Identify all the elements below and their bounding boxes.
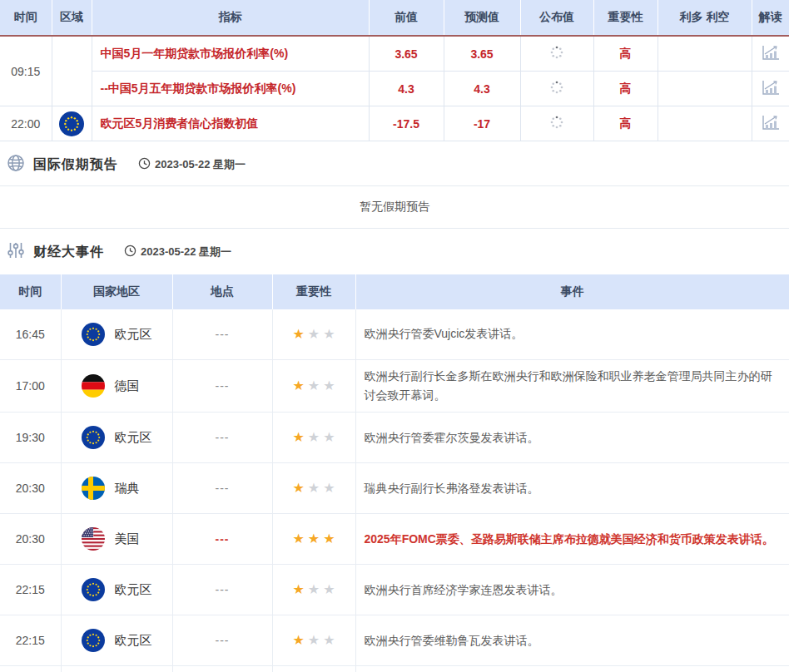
event-description[interactable]: 瑞典央行副行长弗洛登发表讲话。 <box>355 463 789 514</box>
event-country: 欧元区 <box>61 565 172 615</box>
event-location: --- <box>172 514 272 565</box>
interpret-chart-button[interactable] <box>752 106 789 141</box>
star-icon: ★ <box>308 328 320 341</box>
event-time: 待定 <box>0 666 61 672</box>
col-interpret: 解读 <box>752 0 789 36</box>
event-row: 待定 韩国 ---★★★欧盟委员会主席冯德莱恩访问韩国，与韩国总统尹锡悦举行峰会… <box>0 666 789 672</box>
events-table: 时间 国家地区 地点 重要性 事件 16:45 欧元区 ---★★★欧洲央行管委… <box>0 274 789 672</box>
clock-icon <box>124 245 136 259</box>
importance-stars: ★★★ <box>272 615 355 666</box>
event-time: 20:30 <box>0 463 61 514</box>
indicator-table: 时间 区域 指标 前值 预测值 公布值 重要性 利多 利空 解读 09:15中国… <box>0 0 789 141</box>
indicator-table-header: 时间 区域 指标 前值 预测值 公布值 重要性 利多 利空 解读 <box>0 0 789 36</box>
bias-cell-empty <box>658 106 752 141</box>
event-description[interactable]: 欧洲央行管委Vujcic发表讲话。 <box>355 309 789 360</box>
interpret-chart-button[interactable] <box>752 72 789 106</box>
event-description[interactable]: 欧洲央行管委霍尔茨曼发表讲话。 <box>355 413 789 463</box>
star-icon: ★ <box>323 379 335 393</box>
event-row: 20:30 瑞典 ---★★★瑞典央行副行长弗洛登发表讲话。 <box>0 463 789 514</box>
star-icon: ★ <box>308 482 320 495</box>
flag-eurozone-icon <box>82 629 105 652</box>
star-icon: ★ <box>308 583 320 596</box>
indicator-forecast-value: 4.3 <box>444 72 520 106</box>
indicator-forecast-value: -17 <box>444 106 520 141</box>
star-icon: ★ <box>323 328 335 341</box>
indicator-previous-value: 3.65 <box>369 36 444 72</box>
col-importance: 重要性 <box>593 0 658 36</box>
event-row: 22:15 欧元区 ---★★★欧洲央行首席经济学家连恩发表讲话。 <box>0 565 789 615</box>
event-location: --- <box>172 360 272 413</box>
star-icon: ★ <box>308 532 320 546</box>
flag-sweden-icon <box>82 477 105 500</box>
event-description[interactable]: 欧洲央行首席经济学家连恩发表讲话。 <box>355 565 789 615</box>
event-row: 19:30 欧元区 ---★★★欧洲央行管委霍尔茨曼发表讲话。 <box>0 413 789 463</box>
event-time: 22:15 <box>0 615 61 666</box>
star-icon: ★ <box>323 532 335 546</box>
importance-stars: ★★★ <box>272 360 355 413</box>
published-value-loading-spinner <box>520 106 593 141</box>
star-icon: ★ <box>292 379 304 393</box>
clock-icon <box>138 157 151 172</box>
event-location: --- <box>172 309 272 360</box>
chart-icon[interactable] <box>761 79 781 96</box>
event-country: 欧元区 <box>61 309 172 360</box>
event-location: --- <box>172 463 272 514</box>
importance-label: 高 <box>593 72 658 106</box>
holiday-section-date: 2023-05-22 星期一 <box>138 157 246 172</box>
country-name: 欧元区 <box>115 582 152 598</box>
country-name: 欧元区 <box>115 430 152 446</box>
col-country: 国家地区 <box>61 274 172 309</box>
star-icon: ★ <box>308 634 320 647</box>
star-icon: ★ <box>292 634 304 647</box>
indicator-forecast-value: 3.65 <box>444 36 520 72</box>
event-description[interactable]: 2025年FOMC票委、圣路易斯联储主席布拉德就美国经济和货币政策发表讲话。 <box>355 514 789 565</box>
flag-usa-icon <box>82 527 105 551</box>
importance-stars: ★★★ <box>272 666 355 672</box>
indicator-row: 22:00欧元区5月消费者信心指数初值-17.5-17高 <box>0 106 789 141</box>
star-icon: ★ <box>292 328 304 341</box>
col-location: 地点 <box>172 274 272 309</box>
flag-eurozone-icon <box>82 426 105 449</box>
event-location: --- <box>172 413 272 463</box>
published-value-loading-spinner <box>520 72 593 106</box>
event-description[interactable]: 欧盟委员会主席冯德莱恩访问韩国，与韩国总统尹锡悦举行峰会。 <box>355 666 789 672</box>
holiday-empty-message: 暂无假期预告 <box>0 185 789 229</box>
published-value-loading-spinner <box>520 36 593 72</box>
col-region: 区域 <box>52 0 92 36</box>
holiday-section-header: 国际假期预告 2023-05-22 星期一 <box>0 141 789 185</box>
star-icon: ★ <box>308 379 320 393</box>
indicator-name-link[interactable]: 欧元区5月消费者信心指数初值 <box>92 106 369 141</box>
star-icon: ★ <box>292 482 304 495</box>
event-country: 瑞典 <box>61 463 172 514</box>
country-name: 欧元区 <box>115 633 152 649</box>
event-row: 17:00 德国 ---★★★欧洲央行副行长金多斯在欧洲央行和欧洲保险和职业养老… <box>0 360 789 413</box>
importance-label: 高 <box>593 106 658 141</box>
col-bias: 利多 利空 <box>658 0 752 36</box>
indicator-time: 09:15 <box>0 36 52 106</box>
event-description[interactable]: 欧洲央行副行长金多斯在欧洲央行和欧洲保险和职业养老金管理局共同主办的研讨会致开幕… <box>355 360 789 413</box>
country-name: 美国 <box>115 531 140 547</box>
sliders-icon <box>7 241 25 263</box>
flag-eurozone-icon <box>82 578 105 601</box>
events-section-header: 财经大事件 2023-05-22 星期一 <box>0 229 789 273</box>
col-time: 时间 <box>0 274 61 309</box>
indicator-name-link[interactable]: 中国5月一年期贷款市场报价利率(%) <box>92 36 369 72</box>
indicator-name-link[interactable]: --中国5月五年期贷款市场报价利率(%) <box>92 72 369 106</box>
importance-stars: ★★★ <box>272 514 355 565</box>
star-icon: ★ <box>323 431 335 444</box>
event-country: 德国 <box>61 360 172 413</box>
col-event: 事件 <box>355 274 789 309</box>
event-description[interactable]: 欧洲央行管委维勒鲁瓦发表讲话。 <box>355 615 789 666</box>
flag-germany-icon <box>82 374 105 398</box>
flag-eurozone-icon <box>82 323 105 346</box>
col-time: 时间 <box>0 0 52 36</box>
bias-cell-empty <box>658 72 752 106</box>
event-time: 20:30 <box>0 514 61 565</box>
chart-icon[interactable] <box>761 114 781 131</box>
col-forecast: 预测值 <box>444 0 520 36</box>
interpret-chart-button[interactable] <box>752 36 789 72</box>
chart-icon[interactable] <box>761 44 781 62</box>
event-row: 20:30 美国 ---★★★2025年FOMC票委、圣路易斯联储主席布拉德就美… <box>0 514 789 565</box>
importance-stars: ★★★ <box>272 463 355 514</box>
col-published: 公布值 <box>520 0 593 36</box>
